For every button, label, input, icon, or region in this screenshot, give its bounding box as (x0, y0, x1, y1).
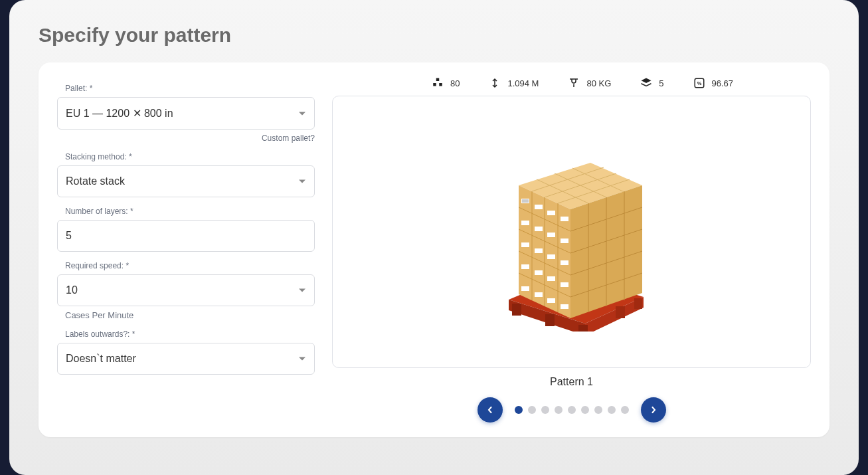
stat-layers: 5 (640, 77, 663, 89)
pallet-select[interactable]: EU 1 — 1200 ✕ 800 in (57, 97, 315, 130)
prev-button[interactable] (477, 397, 503, 423)
labels-outwards-select[interactable]: Doesn`t matter (57, 343, 315, 375)
svg-rect-42 (547, 233, 555, 237)
height-icon (489, 77, 501, 89)
paginator-dot[interactable] (594, 406, 602, 414)
svg-rect-45 (535, 248, 543, 253)
layers-input[interactable] (57, 220, 315, 252)
labels-outwards-label: Labels outwards?: * (57, 330, 315, 339)
svg-rect-47 (561, 260, 568, 265)
stat-layers-value: 5 (659, 78, 663, 88)
svg-rect-38 (547, 211, 555, 215)
paginator-dot[interactable] (568, 406, 576, 414)
paginator-dot[interactable] (608, 406, 616, 414)
weight-icon (568, 77, 580, 89)
svg-rect-53 (535, 292, 543, 297)
svg-rect-2 (439, 83, 442, 86)
stat-weight: 80 KG (568, 77, 611, 89)
field-speed: Required speed: * 10 Cases Per Minute (57, 261, 315, 320)
svg-rect-0 (436, 78, 440, 82)
boxes-icon (432, 77, 444, 89)
paginator (332, 397, 811, 423)
speed-hint: Cases Per Minute (57, 310, 315, 320)
svg-rect-40 (521, 221, 529, 225)
stat-height-value: 1.094 M (507, 78, 539, 88)
field-labels-outwards: Labels outwards?: * Doesn`t matter (57, 330, 315, 375)
svg-rect-10 (578, 325, 588, 332)
svg-rect-49 (535, 270, 543, 275)
chevron-left-icon (487, 407, 493, 413)
svg-text:%: % (697, 80, 701, 86)
chevron-right-icon (650, 407, 657, 413)
stat-boxes-value: 80 (450, 78, 460, 88)
paginator-dots (515, 406, 629, 414)
paginator-dot[interactable] (555, 406, 563, 414)
svg-rect-11 (616, 306, 625, 318)
stat-height: 1.094 M (489, 77, 539, 89)
svg-rect-46 (547, 254, 555, 259)
next-button[interactable] (641, 397, 666, 423)
svg-rect-48 (521, 264, 529, 269)
pattern-card: Pallet: * EU 1 — 1200 ✕ 800 in Custom pa… (39, 62, 829, 437)
paginator-dot[interactable] (541, 406, 549, 414)
preview-column: 80 1.094 M 80 KG 5 % 96.67 (332, 77, 811, 423)
svg-rect-1 (433, 83, 436, 86)
svg-rect-9 (545, 314, 555, 326)
speed-select[interactable]: 10 (57, 274, 315, 306)
stat-weight-value: 80 KG (586, 78, 611, 88)
svg-rect-43 (561, 238, 568, 243)
paginator-dot[interactable] (621, 406, 629, 414)
stacking-select[interactable]: Rotate stack (57, 165, 315, 197)
form-column: Pallet: * EU 1 — 1200 ✕ 800 in Custom pa… (57, 77, 315, 423)
field-layers: Number of layers: * (57, 207, 315, 252)
speed-label: Required speed: * (57, 261, 315, 270)
stat-boxes: 80 (432, 77, 460, 89)
paginator-dot[interactable] (581, 406, 589, 414)
paginator-dot[interactable] (528, 406, 536, 414)
svg-rect-37 (535, 205, 543, 209)
stacking-label: Stacking method: * (57, 152, 315, 161)
svg-rect-8 (512, 304, 521, 316)
svg-rect-51 (561, 282, 568, 287)
svg-rect-55 (561, 304, 568, 309)
svg-rect-41 (535, 227, 543, 231)
svg-rect-44 (521, 242, 529, 247)
svg-rect-12 (634, 298, 642, 309)
layers-label: Number of layers: * (57, 207, 315, 216)
pallet-3d-viewer[interactable] (332, 96, 811, 368)
pallet-illustration (485, 132, 658, 332)
stat-efficiency: % 96.67 (693, 77, 734, 89)
stat-efficiency-value: 96.67 (712, 78, 734, 88)
percent-icon: % (693, 77, 705, 89)
field-pallet: Pallet: * EU 1 — 1200 ✕ 800 in Custom pa… (57, 84, 315, 143)
svg-rect-54 (547, 298, 555, 303)
svg-rect-50 (547, 276, 555, 281)
svg-rect-39 (561, 217, 568, 221)
paginator-dot[interactable] (515, 406, 523, 414)
stats-bar: 80 1.094 M 80 KG 5 % 96.67 (332, 77, 811, 96)
custom-pallet-link[interactable]: Custom pallet? (57, 134, 315, 143)
page-title: Specify your pattern (39, 24, 829, 47)
field-stacking: Stacking method: * Rotate stack (57, 152, 315, 197)
pattern-label: Pattern 1 (332, 376, 811, 388)
layers-icon (640, 77, 652, 89)
svg-rect-52 (521, 286, 529, 291)
pallet-label: Pallet: * (57, 84, 315, 93)
